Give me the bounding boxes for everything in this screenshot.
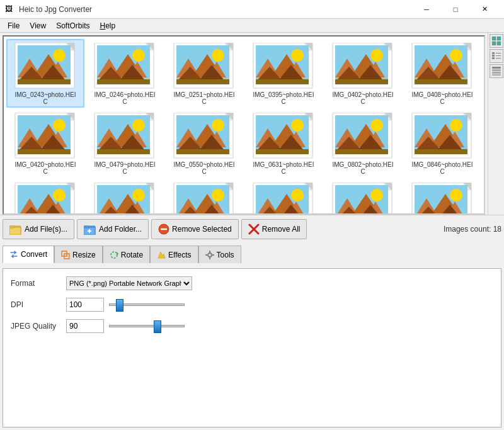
- file-item[interactable]: IMG_0550~photo.HEIC: [165, 109, 243, 178]
- tab-effects[interactable]: Effects: [150, 246, 198, 263]
- svg-rect-109: [256, 149, 309, 154]
- add-folder-button[interactable]: Add Folder...: [77, 219, 149, 239]
- svg-point-119: [370, 119, 383, 132]
- jpeg-quality-input[interactable]: [66, 319, 104, 333]
- file-item[interactable]: IMG_1012~photo.HEIC: [165, 179, 243, 215]
- file-thumbnail: [93, 43, 156, 90]
- file-item[interactable]: IMG_0479~photo.HEIC: [86, 109, 164, 178]
- tab-convert[interactable]: Convert: [3, 246, 54, 263]
- remove-selected-button[interactable]: Remove Selected: [151, 219, 239, 239]
- file-thumbnail: [93, 113, 156, 160]
- svg-point-53: [370, 49, 383, 62]
- svg-rect-10: [18, 79, 71, 84]
- file-item[interactable]: IMG_0802~photo.HEIC: [324, 109, 402, 178]
- svg-rect-43: [256, 79, 309, 84]
- add-files-button[interactable]: Add File(s)...: [3, 219, 74, 239]
- remove-all-button[interactable]: Remove All: [241, 219, 307, 239]
- svg-rect-217: [84, 226, 89, 228]
- file-thumbnail: [14, 43, 77, 90]
- jpeg-slider-thumb[interactable]: [154, 320, 161, 333]
- remove-selected-icon: [158, 223, 169, 235]
- svg-point-152: [132, 189, 145, 201]
- tab-convert-content: Format PNG (*.png) Portable Network Grap…: [3, 268, 501, 427]
- dpi-slider-thumb[interactable]: [116, 299, 123, 312]
- images-count: Images count: 18: [444, 225, 501, 234]
- svg-rect-98: [176, 149, 229, 154]
- menu-softorbits[interactable]: SoftOrbits: [51, 19, 94, 32]
- left-area: IMG_0243~photo.HEIC IMG_0246~photo.HEIC: [0, 33, 504, 430]
- details-view-icon: [492, 67, 501, 76]
- title-bar: 🖼 Heic to Jpg Converter ─ □ ✕: [0, 0, 504, 19]
- view-thumbnail-btn[interactable]: [490, 34, 503, 48]
- file-thumbnail: [252, 113, 315, 160]
- file-thumbnail: [331, 183, 394, 215]
- main-content: IMG_0243~photo.HEIC IMG_0246~photo.HEIC: [0, 33, 504, 430]
- svg-point-141: [53, 189, 66, 201]
- svg-rect-120: [335, 149, 388, 154]
- svg-rect-207: [496, 58, 501, 59]
- file-item[interactable]: IMG_0251~photo.HEIC: [165, 39, 243, 108]
- format-select[interactable]: PNG (*.png) Portable Network Graphics: [66, 276, 192, 290]
- file-grid-container[interactable]: IMG_0243~photo.HEIC IMG_0246~photo.HEIC: [3, 35, 485, 215]
- format-row: Format PNG (*.png) Portable Network Grap…: [11, 276, 493, 290]
- file-item[interactable]: IMG_0631~photo.HEIC: [244, 109, 323, 178]
- tab-tools[interactable]: Tools: [198, 246, 241, 263]
- toolbar: Add File(s)... Add Folder... Remove Sele…: [0, 215, 504, 243]
- file-thumbnail: [173, 183, 236, 215]
- file-item[interactable]: IMG_0420~photo.HEIC: [6, 109, 84, 178]
- menu-view[interactable]: View: [25, 19, 51, 32]
- window-controls: ─ □ ✕: [412, 0, 499, 19]
- jpeg-slider-container: [109, 325, 493, 327]
- file-item[interactable]: IMG_1203~photo.HEIC: [324, 179, 402, 215]
- file-item[interactable]: IMG_0395~photo.HEIC: [244, 39, 323, 108]
- file-item[interactable]: IMG_0901~photo.HEIC: [6, 179, 84, 215]
- svg-point-64: [450, 49, 462, 62]
- view-list-btn[interactable]: [490, 49, 503, 63]
- svg-rect-131: [415, 149, 467, 154]
- file-item[interactable]: IMG_0846~photo.HEIC: [403, 109, 481, 178]
- file-grid: IMG_0243~photo.HEIC IMG_0246~photo.HEIC: [4, 37, 484, 215]
- file-thumbnail: [93, 183, 156, 215]
- svg-point-174: [291, 189, 304, 201]
- svg-rect-199: [497, 37, 501, 40]
- add-folder-icon: [84, 223, 96, 235]
- view-mode-panel: [488, 33, 504, 215]
- dpi-input[interactable]: [66, 298, 104, 312]
- close-button[interactable]: ✕: [470, 0, 499, 19]
- menu-file[interactable]: File: [3, 19, 25, 32]
- svg-point-108: [291, 119, 304, 132]
- file-name: IMG_0251~photo.HEIC: [173, 91, 236, 105]
- tab-resize[interactable]: Resize: [54, 246, 103, 263]
- file-item[interactable]: IMG_0408~photo.HEIC: [403, 39, 481, 108]
- app-icon: 🖼: [5, 4, 15, 14]
- minimize-button[interactable]: ─: [412, 0, 441, 19]
- dpi-slider-container: [109, 303, 493, 306]
- svg-rect-205: [496, 55, 501, 56]
- file-name: IMG_0246~photo.HEIC: [93, 91, 156, 105]
- file-name: IMG_0550~photo.HEIC: [173, 161, 236, 175]
- svg-rect-21: [97, 79, 150, 84]
- svg-rect-206: [492, 57, 495, 59]
- file-item[interactable]: IMG_1155~photo.HEIC: [244, 179, 323, 215]
- thumbnail-view-icon: [492, 37, 501, 45]
- file-thumbnail: [14, 183, 77, 215]
- jpeg-slider-track[interactable]: [109, 325, 185, 327]
- svg-point-226: [111, 252, 117, 258]
- dpi-slider-track[interactable]: [109, 303, 185, 306]
- svg-rect-211: [492, 74, 501, 76]
- file-item[interactable]: IMG_0942~photo.HEIC: [86, 179, 164, 215]
- file-item[interactable]: IMG_0246~photo.HEIC: [86, 39, 164, 108]
- view-details-btn[interactable]: [490, 64, 503, 78]
- file-name: IMG_0395~photo.HEIC: [252, 91, 315, 105]
- svg-point-163: [212, 189, 224, 201]
- menu-help[interactable]: Help: [95, 19, 121, 32]
- maximize-button[interactable]: □: [441, 0, 470, 19]
- file-item[interactable]: IMG_1244~photo.HEIC: [403, 179, 481, 215]
- tab-rotate[interactable]: Rotate: [103, 246, 150, 263]
- tools-icon: [205, 251, 214, 259]
- file-item[interactable]: IMG_0243~photo.HEIC: [6, 39, 84, 108]
- file-thumbnail: [411, 43, 474, 90]
- add-files-icon: [9, 223, 22, 235]
- file-thumbnail: [173, 113, 236, 160]
- file-item[interactable]: IMG_0402~photo.HEIC: [324, 39, 402, 108]
